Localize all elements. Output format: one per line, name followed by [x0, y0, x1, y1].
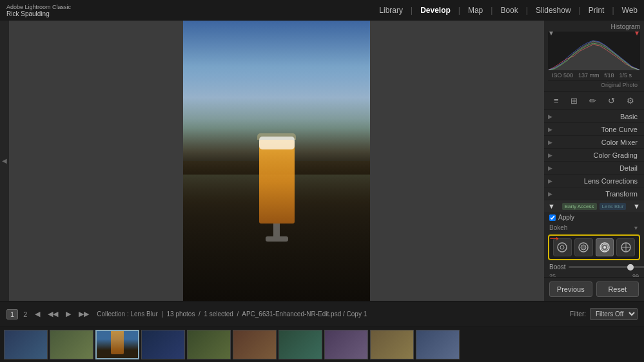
expand-icon-detail: ▶: [548, 165, 554, 171]
user-name: Rick Spaulding: [6, 10, 71, 17]
filename: APC_6631-Enhanced-NR-Edit.psd / Copy 1: [242, 310, 367, 318]
nav-map[interactable]: Map: [468, 6, 483, 15]
panel-transform[interactable]: ▶ Transform: [544, 187, 644, 200]
nav-sep2: |: [458, 6, 460, 15]
beer-glass: [254, 133, 299, 249]
boost-label: Boost: [549, 263, 566, 271]
expand-icon-lens-blur: ▼: [548, 202, 555, 210]
color-mixer-label: Color Mixer: [554, 138, 640, 146]
top-bar: Adobe Lightroom Classic Rick Spaulding L…: [0, 0, 644, 21]
lens-blur-tags: Early Access Lens Blur: [562, 203, 627, 210]
nav-sep4: |: [526, 6, 528, 15]
histogram-chart: [548, 32, 640, 70]
mode-button-4[interactable]: [616, 238, 635, 256]
collection-name: Collection : Lens Blur: [97, 310, 158, 318]
filmstrip-thumb-9[interactable]: [370, 330, 414, 359]
mode-button-3[interactable]: [596, 238, 614, 256]
page-1-button[interactable]: 1: [6, 309, 18, 319]
panel-color-mixer[interactable]: ▶ Color Mixer: [544, 136, 644, 149]
filter-select[interactable]: Filters Off: [590, 308, 638, 320]
bottom-buttons: Previous Reset: [544, 277, 644, 301]
photo-type-label: Original Photo: [548, 81, 640, 89]
top-nav: Library | Develop | Map | Book | Slidesh…: [379, 6, 638, 15]
nav-sep1: |: [411, 6, 413, 15]
nav-book[interactable]: Book: [500, 6, 518, 15]
filmstrip: [0, 327, 644, 362]
expand-icon-transform: ▶: [548, 191, 554, 197]
expand-icon-tone: ▶: [548, 126, 554, 133]
history-icon[interactable]: ↺: [607, 95, 616, 107]
filmstrip-thumb-10[interactable]: [416, 330, 460, 359]
histogram-svg: [548, 32, 640, 70]
mode-button-2[interactable]: [574, 238, 593, 256]
camera-info: ISO 500 137 mm f/18 1/5 s: [548, 70, 640, 81]
histogram-area: Histogram: [544, 21, 644, 92]
nav-web[interactable]: Web: [622, 6, 638, 15]
glass-stem: [273, 224, 280, 236]
settings-icon[interactable]: ⚙: [625, 95, 636, 107]
mode-buttons-group: [548, 234, 640, 260]
apply-checkbox[interactable]: [549, 214, 556, 221]
histogram-title: Histogram: [548, 23, 640, 30]
nav-buttons: 1 2 ◀ ◀◀ ▶ ▶▶: [6, 309, 92, 319]
boost-row: Boost 77: [544, 262, 644, 272]
shutter-info: 1/5 s: [620, 72, 632, 79]
page-2-button[interactable]: 2: [21, 309, 30, 319]
filmstrip-thumb-4[interactable]: [141, 330, 185, 359]
nav-print[interactable]: Print: [589, 6, 605, 15]
next-nav-btn[interactable]: ◀◀: [45, 309, 61, 319]
filmstrip-thumb-1[interactable]: [4, 330, 48, 359]
panel-lens-corrections[interactable]: ▶ Lens Corrections: [544, 175, 644, 187]
mode-icon-4: [620, 242, 632, 253]
boost-slider[interactable]: [569, 266, 644, 268]
nav-slideshow[interactable]: Slideshow: [536, 6, 571, 15]
thumb-beer-glass: [111, 330, 124, 354]
reset-button[interactable]: Reset: [596, 281, 639, 297]
nav-sep6: |: [612, 6, 614, 15]
left-panel-toggle[interactable]: ◀: [0, 21, 9, 301]
nav-sep5: |: [579, 6, 581, 15]
previous-button[interactable]: Previous: [549, 281, 592, 297]
nav-develop[interactable]: Develop: [420, 6, 451, 15]
panel-color-grading[interactable]: ▶ Color Grading: [544, 149, 644, 162]
filmstrip-thumb-3[interactable]: [95, 330, 139, 359]
tone-curve-label: Tone Curve: [554, 126, 640, 133]
aperture-info: f/18: [605, 72, 614, 79]
iso-info: ISO 500: [552, 72, 573, 79]
panel-tone-curve[interactable]: ▶ Tone Curve: [544, 123, 644, 136]
mode-button-1[interactable]: [553, 238, 572, 256]
jump-prev-btn[interactable]: ▶: [63, 309, 73, 319]
panel-detail[interactable]: ▶ Detail: [544, 162, 644, 175]
mode-icon-3: [599, 242, 610, 253]
expand-icon-lens-corr: ▶: [548, 178, 554, 184]
lens-blur-arrow: ▼: [633, 202, 640, 210]
filmstrip-thumb-2[interactable]: [50, 330, 93, 359]
expand-icon-basic: ▶: [548, 113, 554, 120]
filmstrip-thumb-8[interactable]: [324, 330, 368, 359]
edit-icon[interactable]: ✏: [588, 95, 598, 107]
grid-view-icon[interactable]: ⊞: [569, 95, 579, 107]
focal-info: 137 mm: [578, 72, 600, 79]
glass-foam: [259, 137, 295, 149]
filmstrip-thumb-5[interactable]: [187, 330, 231, 359]
filter-area: Filter: Filters Off: [570, 308, 638, 320]
nav-library[interactable]: Library: [379, 6, 403, 15]
lens-blur-tag: Lens Blur: [600, 203, 627, 210]
list-view-icon[interactable]: ≡: [552, 95, 560, 107]
panel-basic[interactable]: ▶ Basic: [544, 110, 644, 123]
lens-corrections-label: Lens Corrections: [554, 177, 640, 185]
basic-label: Basic: [554, 113, 640, 120]
filmstrip-thumb-6[interactable]: [233, 330, 277, 359]
nav-sep3: |: [491, 6, 493, 15]
jump-next-btn[interactable]: ▶▶: [76, 309, 92, 319]
svg-point-4: [560, 245, 564, 249]
panel-toolbar: ≡ ⊞ ✏ ↺ ⚙: [544, 92, 644, 110]
lens-blur-header[interactable]: ▼ Early Access Lens Blur ▼: [544, 200, 644, 212]
filter-label: Filter:: [570, 310, 586, 318]
prev-nav-btn[interactable]: ◀: [32, 309, 43, 319]
main-area: ◀ → Histogram: [0, 21, 644, 301]
transform-label: Transform: [554, 190, 640, 198]
bokeh-label: Bokeh: [549, 224, 567, 231]
filmstrip-thumb-7[interactable]: [278, 330, 322, 359]
photo-preview-area: →: [9, 21, 544, 301]
